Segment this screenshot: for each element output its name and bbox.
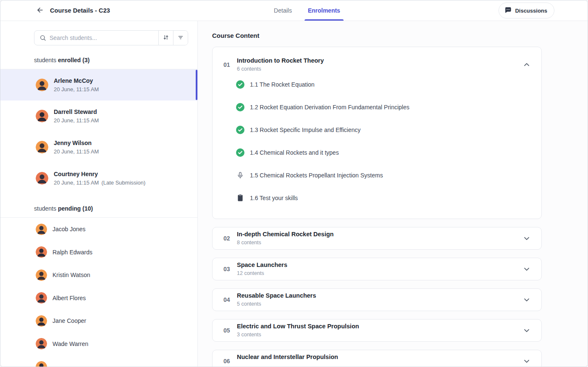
student-row-kristin-watson[interactable]: Kristin Watson	[0, 264, 197, 287]
module-header[interactable]: 04 Reusable Space Launchers 5 contents	[213, 289, 541, 311]
check-circle-icon	[236, 80, 244, 89]
student-row-arlene-mccoy[interactable]: Arlene McCoy 20 June, 11:15 AM	[0, 69, 197, 100]
lesson-item-1-6[interactable]: 1.6 Test your skills	[236, 187, 531, 209]
module-number: 04	[223, 296, 237, 303]
module-card-04: 04 Reusable Space Launchers 5 contents	[212, 288, 542, 311]
student-search	[34, 30, 188, 45]
module-number: 06	[223, 358, 237, 364]
chevron-down-icon[interactable]	[522, 264, 531, 274]
lesson-item-1-5[interactable]: 1.5 Chemical Rockets Propellant Injectio…	[236, 164, 531, 187]
chevron-down-icon[interactable]	[522, 356, 531, 366]
lesson-label: 1.2 Rocket Equation Derivation From Fund…	[250, 104, 410, 111]
avatar	[36, 224, 47, 235]
lesson-item-1-4[interactable]: 1.4 Chemical Rockets and it types	[236, 141, 531, 164]
module-header[interactable]: 02 In-depth Chemical Rocket Design 8 con…	[213, 227, 541, 249]
module-titles: Introduction to Rocket Theory 6 contents	[237, 57, 324, 72]
module-contents-count: 6 contents	[237, 66, 324, 72]
student-name: Wade Warren	[52, 341, 88, 347]
chevron-down-icon[interactable]	[522, 295, 531, 304]
student-row-jenny-wilson[interactable]: Jenny Wilson 20 June, 11:15 AM	[0, 132, 197, 163]
tab-bar: Details Enrolments	[274, 0, 340, 21]
module-number: 01	[223, 61, 237, 68]
student-info: Arlene McCoy 20 June, 11:15 AM	[54, 77, 99, 92]
microphone-icon	[236, 171, 244, 180]
student-row-wade-warren[interactable]: Wade Warren	[0, 333, 197, 356]
chevron-up-icon[interactable]	[522, 60, 531, 69]
student-name: Jenny Wilson	[54, 140, 99, 146]
chevron-down-icon[interactable]	[522, 326, 531, 335]
filter-button[interactable]	[173, 31, 188, 45]
lesson-label: 1.4 Chemical Rockets and it types	[250, 149, 339, 156]
module-header[interactable]: 05 Electric and Low Thrust Space Propuls…	[213, 319, 541, 341]
module-titles: Space Launchers 12 contents	[237, 261, 287, 277]
check-circle-icon	[236, 126, 244, 134]
avatar	[36, 315, 47, 327]
avatar	[36, 338, 47, 349]
module-card-01: 01 Introduction to Rocket Theory 6 conte…	[212, 47, 542, 219]
lesson-label: 1.6 Test your skills	[250, 195, 298, 201]
module-titles: In-depth Chemical Rocket Design 8 conten…	[237, 231, 333, 246]
module-card-05: 05 Electric and Low Thrust Space Propuls…	[212, 319, 542, 342]
lesson-item-1-3[interactable]: 1.3 Rocket Specific Impulse and Efficien…	[236, 119, 531, 141]
student-name: Jane Cooper	[52, 317, 86, 324]
student-row-darrell-steward[interactable]: Darrell Steward 20 June, 11:15 AM	[0, 100, 197, 132]
student-name: Kristin Watson	[52, 272, 90, 278]
module-titles: Nuclear and Interstellar Propulsion	[237, 354, 338, 367]
filter-lines-icon	[177, 34, 184, 42]
student-row-jacob-jones[interactable]: Jacob Jones	[0, 218, 197, 241]
module-number: 03	[223, 266, 237, 272]
lesson-item-1-1[interactable]: 1.1 The Rocket Equation	[236, 73, 531, 96]
tab-details[interactable]: Details	[274, 0, 292, 21]
pending-prefix: students	[34, 205, 56, 212]
lesson-label: 1.3 Rocket Specific Impulse and Efficien…	[250, 127, 361, 133]
module-header[interactable]: 03 Space Launchers 12 contents	[213, 258, 541, 280]
check-circle-icon	[236, 148, 244, 157]
discussions-button[interactable]: Discussions	[499, 3, 554, 18]
module-contents-count: 8 contents	[237, 240, 333, 246]
pending-section-header: studentspending (10)	[34, 205, 197, 212]
module-title: Introduction to Rocket Theory	[237, 57, 324, 64]
student-row-jane-cooper[interactable]: Jane Cooper	[0, 309, 197, 333]
back-button[interactable]	[35, 5, 45, 16]
lesson-list: 1.1 The Rocket Equation 1.2 Rocket Equat…	[213, 72, 541, 219]
lesson-label: 1.5 Chemical Rockets Propellant Injectio…	[250, 172, 383, 179]
clipboard-icon	[236, 194, 244, 202]
module-header[interactable]: 06 Nuclear and Interstellar Propulsion	[213, 350, 541, 367]
students-sidebar: studentsenrolled (3) Arlene McCoy 20 Jun…	[0, 21, 198, 367]
student-info: Courtney Henry 20 June, 11:15 AM(Late Su…	[54, 171, 145, 186]
chevron-down-icon[interactable]	[522, 234, 531, 243]
avatar	[36, 141, 48, 153]
avatar	[36, 269, 47, 281]
arrow-left-icon	[36, 6, 44, 16]
tab-enrolments[interactable]: Enrolments	[308, 0, 340, 21]
student-row-ralph-edwards[interactable]: Ralph Edwards	[0, 241, 197, 264]
module-number: 05	[223, 327, 237, 334]
module-card-02: 02 In-depth Chemical Rocket Design 8 con…	[212, 227, 542, 250]
late-submission-note: (Late Submission)	[101, 180, 145, 186]
student-date: 20 June, 11:15 AM	[54, 148, 99, 155]
module-number: 02	[223, 235, 237, 242]
student-name: Jacob Jones	[52, 226, 86, 232]
enrolled-count: enrolled (3)	[58, 57, 89, 63]
discussions-label: Discussions	[515, 8, 547, 14]
enrolled-prefix: students	[34, 57, 56, 63]
module-contents-count: 3 contents	[237, 332, 359, 338]
module-title: In-depth Chemical Rocket Design	[237, 231, 333, 238]
module-header[interactable]: 01 Introduction to Rocket Theory 6 conte…	[213, 47, 541, 72]
module-contents-count: 5 contents	[237, 301, 316, 307]
search-input[interactable]	[50, 34, 158, 41]
sort-arrows-icon	[163, 34, 169, 42]
student-row-partial[interactable]	[0, 355, 197, 367]
lesson-item-1-2[interactable]: 1.2 Rocket Equation Derivation From Fund…	[236, 96, 531, 119]
student-date: 20 June, 11:15 AM	[54, 180, 99, 186]
module-contents-count	[237, 362, 338, 367]
course-details-page: Course Details - C23 Details Enrolments …	[0, 0, 588, 367]
pending-count: pending (10)	[58, 205, 93, 212]
student-date: 20 June, 11:15 AM	[54, 117, 99, 124]
module-card-03: 03 Space Launchers 12 contents	[212, 258, 542, 280]
student-row-courtney-henry[interactable]: Courtney Henry 20 June, 11:15 AM(Late Su…	[0, 163, 197, 194]
student-name: Arlene McCoy	[54, 77, 99, 84]
sort-button[interactable]	[158, 31, 173, 45]
student-row-albert-flores[interactable]: Albert Flores	[0, 287, 197, 310]
lesson-label: 1.1 The Rocket Equation	[250, 81, 315, 88]
